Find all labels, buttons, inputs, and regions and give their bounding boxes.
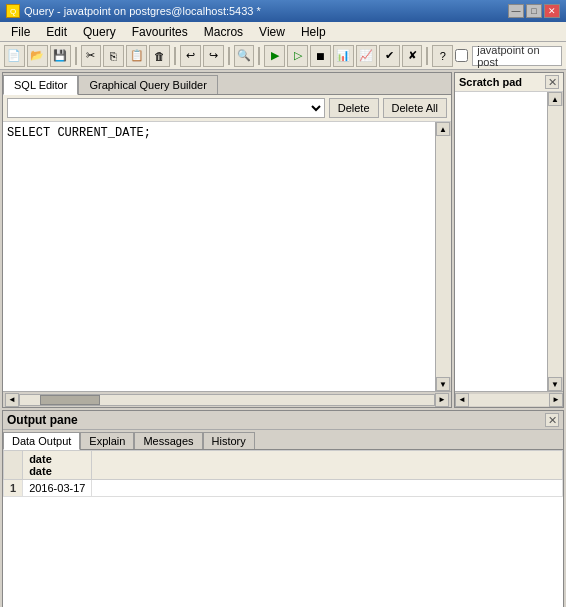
table-row: 1 2016-03-17 — [4, 480, 563, 497]
col-header-date: date date — [23, 451, 92, 480]
connection-checkbox[interactable] — [455, 49, 468, 62]
row-num-1: 1 — [4, 480, 23, 497]
title-text: Query - javatpoint on postgres@localhost… — [24, 5, 261, 17]
toolbar-sep-5 — [426, 47, 428, 65]
explain-button[interactable]: 📊 — [333, 45, 354, 67]
cell-empty-1 — [92, 480, 563, 497]
scratch-pad-title: Scratch pad — [459, 76, 522, 88]
h-scroll-thumb[interactable] — [40, 395, 100, 405]
title-bar: Q Query - javatpoint on postgres@localho… — [0, 0, 566, 22]
sql-editor[interactable] — [3, 122, 435, 391]
maximize-button[interactable]: □ — [526, 4, 542, 18]
tab-messages[interactable]: Messages — [134, 432, 202, 449]
copy-button[interactable]: ⎘ — [103, 45, 124, 67]
tab-sql-editor[interactable]: SQL Editor — [3, 75, 78, 95]
scroll-track — [436, 136, 451, 377]
undo-button[interactable]: ↩ — [180, 45, 201, 67]
new-file-button[interactable]: 📄 — [4, 45, 25, 67]
scratch-h-scrollbar[interactable]: ◄ ► — [455, 391, 563, 407]
scroll-left-button[interactable]: ◄ — [5, 393, 19, 407]
connection-label: javatpoint on post — [472, 46, 562, 66]
delete-all-button[interactable]: Delete All — [383, 98, 447, 118]
output-pane: Output pane ✕ Data Output Explain Messag… — [2, 410, 564, 607]
scroll-down-button[interactable]: ▼ — [436, 377, 450, 391]
tab-explain[interactable]: Explain — [80, 432, 134, 449]
scratch-area[interactable] — [455, 92, 547, 391]
menu-macros[interactable]: Macros — [197, 22, 250, 42]
scratch-v-scrollbar[interactable]: ▲ ▼ — [547, 92, 563, 391]
data-table-container: date date 1 2016-03-17 — [3, 450, 563, 607]
menu-file[interactable]: File — [4, 22, 37, 42]
toolbar-sep-4 — [258, 47, 260, 65]
minimize-button[interactable]: — — [508, 4, 524, 18]
scratch-scroll-right[interactable]: ► — [549, 393, 563, 407]
close-button[interactable]: ✕ — [544, 4, 560, 18]
h-scroll-track — [19, 394, 435, 406]
rollback-button[interactable]: ✘ — [402, 45, 423, 67]
save-button[interactable]: 💾 — [50, 45, 71, 67]
app-icon: Q — [6, 4, 20, 18]
stop-button[interactable]: ⏹ — [310, 45, 331, 67]
tab-history[interactable]: History — [203, 432, 255, 449]
h-scrollbar[interactable]: ◄ ► — [3, 391, 451, 407]
scratch-scroll-down[interactable]: ▼ — [548, 377, 562, 391]
menu-view[interactable]: View — [252, 22, 292, 42]
delete-button[interactable]: Delete — [329, 98, 379, 118]
title-controls[interactable]: — □ ✕ — [508, 4, 560, 18]
menu-favourites[interactable]: Favourites — [125, 22, 195, 42]
output-pane-header: Output pane ✕ — [3, 411, 563, 430]
menu-help[interactable]: Help — [294, 22, 333, 42]
search-button[interactable]: 🔍 — [234, 45, 255, 67]
explain-analyze-button[interactable]: 📈 — [356, 45, 377, 67]
help-button[interactable]: ? — [432, 45, 453, 67]
editor-content-area: ▲ ▼ — [3, 122, 451, 391]
output-pane-close-button[interactable]: ✕ — [545, 413, 559, 427]
query-toolbar: Delete Delete All — [3, 95, 451, 122]
menu-edit[interactable]: Edit — [39, 22, 74, 42]
tab-data-output[interactable]: Data Output — [3, 432, 80, 450]
editor-tab-bar: SQL Editor Graphical Query Builder — [3, 73, 451, 95]
left-panel-inner: SQL Editor Graphical Query Builder Delet… — [3, 73, 451, 407]
v-scrollbar[interactable]: ▲ ▼ — [435, 122, 451, 391]
run-script-button[interactable]: ▷ — [287, 45, 308, 67]
query-select[interactable] — [7, 98, 325, 118]
menu-bar: File Edit Query Favourites Macros View H… — [0, 22, 566, 42]
output-tabs: Data Output Explain Messages History — [3, 430, 563, 450]
scratch-scroll-track — [548, 106, 563, 377]
sql-content-area — [3, 122, 435, 391]
row-num-header — [4, 451, 23, 480]
paste-button[interactable]: 📋 — [126, 45, 147, 67]
left-panel: SQL Editor Graphical Query Builder Delet… — [2, 72, 452, 408]
toolbar: 📄 📂 💾 ✂ ⎘ 📋 🗑 ↩ ↪ 🔍 ▶ ▷ ⏹ 📊 📈 ✔ ✘ ? java… — [0, 42, 566, 70]
title-bar-left: Q Query - javatpoint on postgres@localho… — [6, 4, 261, 18]
commit-button[interactable]: ✔ — [379, 45, 400, 67]
tab-graphical-query-builder[interactable]: Graphical Query Builder — [78, 75, 217, 94]
toolbar-right: javatpoint on post — [455, 46, 562, 66]
scratch-pad-header: Scratch pad ✕ — [455, 73, 563, 92]
scratch-pad-panel: Scratch pad ✕ ▲ ▼ ◄ ► — [454, 72, 564, 408]
main-content: SQL Editor Graphical Query Builder Delet… — [0, 70, 566, 410]
output-pane-title: Output pane — [7, 413, 78, 427]
open-button[interactable]: 📂 — [27, 45, 48, 67]
menu-query[interactable]: Query — [76, 22, 123, 42]
col-header-empty — [92, 451, 563, 480]
cell-date-1: 2016-03-17 — [23, 480, 92, 497]
scratch-pad-close-button[interactable]: ✕ — [545, 75, 559, 89]
toolbar-sep-2 — [174, 47, 176, 65]
clear-button[interactable]: 🗑 — [149, 45, 170, 67]
scratch-scroll-left[interactable]: ◄ — [455, 393, 469, 407]
scroll-up-button[interactable]: ▲ — [436, 122, 450, 136]
scratch-h-track — [469, 394, 549, 406]
redo-button[interactable]: ↪ — [203, 45, 224, 67]
scroll-right-button[interactable]: ► — [435, 393, 449, 407]
scratch-scroll-up[interactable]: ▲ — [548, 92, 562, 106]
toolbar-sep-3 — [228, 47, 230, 65]
scratch-pad-content: ▲ ▼ — [455, 92, 563, 391]
data-table: date date 1 2016-03-17 — [3, 450, 563, 497]
run-button[interactable]: ▶ — [264, 45, 285, 67]
toolbar-sep-1 — [75, 47, 77, 65]
cut-button[interactable]: ✂ — [81, 45, 102, 67]
